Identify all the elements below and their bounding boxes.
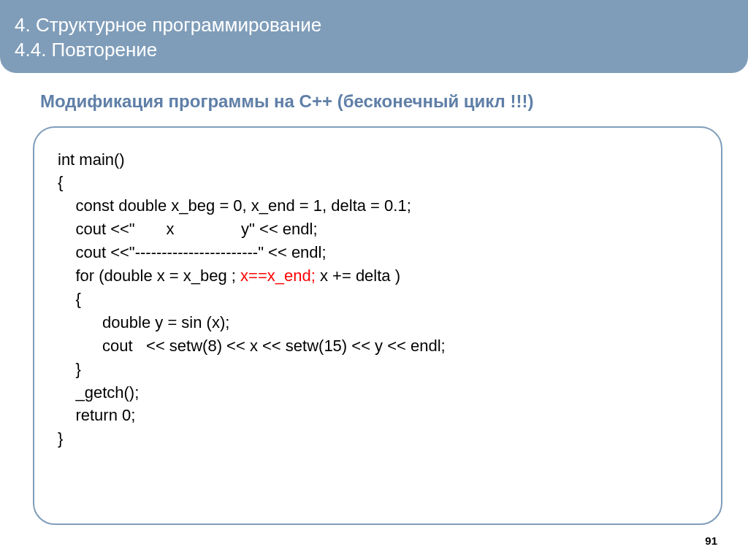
code-line: int main()	[58, 148, 698, 172]
code-line: {	[58, 171, 698, 194]
code-line: cout << setw(8) << x << setw(15) << y <<…	[58, 334, 698, 358]
page-number: 91	[705, 534, 717, 547]
code-line: {	[58, 288, 698, 311]
section-heading: Модификация программы на C++ (бесконечны…	[40, 91, 722, 112]
slide-chapter-title: 4. Структурное программирование	[15, 13, 733, 38]
code-block: int main() { const double x_beg = 0, x_e…	[33, 126, 722, 526]
slide-header: 4. Структурное программирование 4.4. Пов…	[0, 0, 748, 73]
code-line: for (double x = x_beg ; x==x_end; x += d…	[58, 264, 698, 288]
code-line: }	[58, 358, 698, 381]
code-highlighted: x==x_end;	[240, 266, 316, 285]
code-line: return 0;	[58, 404, 698, 427]
code-text: for (double x = x_beg ;	[58, 266, 240, 285]
code-line: _getch();	[58, 381, 698, 404]
code-line: const double x_beg = 0, x_end = 1, delta…	[58, 194, 698, 218]
code-line: }	[58, 427, 698, 450]
code-line: cout <<" x y" << endl;	[58, 218, 698, 241]
content-area: Модификация программы на C++ (бесконечны…	[0, 73, 748, 533]
code-text: x += delta )	[316, 266, 400, 285]
code-line: cout <<"-----------------------" << endl…	[58, 241, 698, 264]
slide-section-title: 4.4. Повторение	[15, 38, 733, 63]
code-line: double y = sin (x);	[58, 311, 698, 334]
